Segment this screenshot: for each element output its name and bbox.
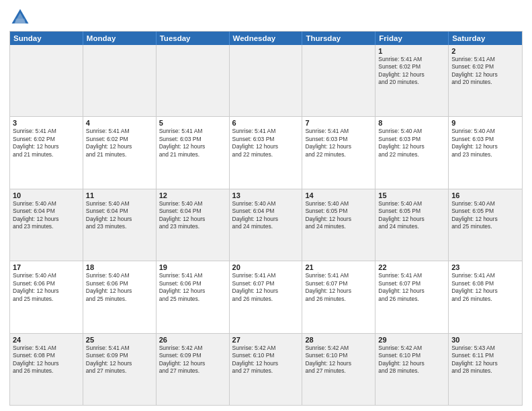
header-day-sunday: Sunday <box>10 32 83 45</box>
day-number: 26 <box>159 336 226 344</box>
calendar-week-4: 17Sunrise: 5:40 AM Sunset: 6:06 PM Dayli… <box>10 261 522 333</box>
calendar-cell: 14Sunrise: 5:40 AM Sunset: 6:05 PM Dayli… <box>302 189 375 261</box>
header-day-saturday: Saturday <box>449 32 522 45</box>
calendar-cell: 25Sunrise: 5:41 AM Sunset: 6:09 PM Dayli… <box>83 334 157 405</box>
calendar-cell: 4Sunrise: 5:41 AM Sunset: 6:02 PM Daylig… <box>83 117 157 188</box>
day-number: 30 <box>451 336 519 344</box>
day-number: 21 <box>305 263 372 271</box>
calendar-cell: 29Sunrise: 5:42 AM Sunset: 6:10 PM Dayli… <box>375 334 449 405</box>
calendar-cell: 23Sunrise: 5:41 AM Sunset: 6:08 PM Dayli… <box>449 261 522 332</box>
logo <box>9 7 32 28</box>
calendar-cell: 2Sunrise: 5:41 AM Sunset: 6:02 PM Daylig… <box>449 45 522 116</box>
day-info: Sunrise: 5:41 AM Sunset: 6:03 PM Dayligh… <box>159 128 226 158</box>
calendar-cell: 24Sunrise: 5:41 AM Sunset: 6:08 PM Dayli… <box>10 334 83 405</box>
day-number: 20 <box>232 263 300 271</box>
day-number: 12 <box>159 191 226 199</box>
day-number: 18 <box>86 263 153 271</box>
day-info: Sunrise: 5:41 AM Sunset: 6:03 PM Dayligh… <box>305 128 372 158</box>
day-info: Sunrise: 5:43 AM Sunset: 6:11 PM Dayligh… <box>451 345 519 375</box>
day-info: Sunrise: 5:42 AM Sunset: 6:09 PM Dayligh… <box>159 345 226 375</box>
day-info: Sunrise: 5:42 AM Sunset: 6:10 PM Dayligh… <box>378 345 445 375</box>
calendar-cell: 11Sunrise: 5:40 AM Sunset: 6:04 PM Dayli… <box>83 189 157 261</box>
calendar-cell: 20Sunrise: 5:41 AM Sunset: 6:07 PM Dayli… <box>230 261 303 332</box>
calendar-cell <box>83 45 157 116</box>
day-info: Sunrise: 5:40 AM Sunset: 6:04 PM Dayligh… <box>159 200 226 231</box>
day-info: Sunrise: 5:40 AM Sunset: 6:04 PM Dayligh… <box>13 200 80 231</box>
calendar-cell: 1Sunrise: 5:41 AM Sunset: 6:02 PM Daylig… <box>375 45 449 116</box>
day-number: 4 <box>86 119 153 127</box>
calendar-cell: 30Sunrise: 5:43 AM Sunset: 6:11 PM Dayli… <box>449 334 522 405</box>
day-info: Sunrise: 5:41 AM Sunset: 6:03 PM Dayligh… <box>232 128 300 158</box>
day-number: 1 <box>378 47 445 55</box>
day-info: Sunrise: 5:41 AM Sunset: 6:06 PM Dayligh… <box>159 272 226 303</box>
day-info: Sunrise: 5:41 AM Sunset: 6:02 PM Dayligh… <box>378 56 445 87</box>
day-info: Sunrise: 5:41 AM Sunset: 6:02 PM Dayligh… <box>451 56 519 87</box>
day-number: 14 <box>305 191 372 199</box>
day-number: 25 <box>86 336 153 344</box>
day-info: Sunrise: 5:40 AM Sunset: 6:04 PM Dayligh… <box>86 200 153 231</box>
calendar-week-5: 24Sunrise: 5:41 AM Sunset: 6:08 PM Dayli… <box>10 334 522 405</box>
day-number: 5 <box>159 119 226 127</box>
day-info: Sunrise: 5:41 AM Sunset: 6:07 PM Dayligh… <box>232 272 300 303</box>
day-info: Sunrise: 5:41 AM Sunset: 6:07 PM Dayligh… <box>378 272 445 303</box>
calendar-week-2: 3Sunrise: 5:41 AM Sunset: 6:02 PM Daylig… <box>10 117 522 189</box>
calendar-cell: 13Sunrise: 5:40 AM Sunset: 6:04 PM Dayli… <box>230 189 303 261</box>
day-info: Sunrise: 5:41 AM Sunset: 6:07 PM Dayligh… <box>305 272 372 303</box>
calendar-cell: 19Sunrise: 5:41 AM Sunset: 6:06 PM Dayli… <box>157 261 230 332</box>
calendar-cell <box>10 45 83 116</box>
day-number: 29 <box>378 336 445 344</box>
day-number: 8 <box>378 119 445 127</box>
calendar-cell: 27Sunrise: 5:42 AM Sunset: 6:10 PM Dayli… <box>230 334 303 405</box>
header-day-tuesday: Tuesday <box>157 32 230 45</box>
calendar-cell: 15Sunrise: 5:40 AM Sunset: 6:05 PM Dayli… <box>375 189 449 261</box>
calendar-cell: 12Sunrise: 5:40 AM Sunset: 6:04 PM Dayli… <box>157 189 230 261</box>
svg-rect-2 <box>15 19 25 24</box>
day-number: 7 <box>305 119 372 127</box>
calendar-cell: 26Sunrise: 5:42 AM Sunset: 6:09 PM Dayli… <box>157 334 230 405</box>
day-number: 6 <box>232 119 300 127</box>
calendar-cell: 8Sunrise: 5:40 AM Sunset: 6:03 PM Daylig… <box>375 117 449 188</box>
day-number: 11 <box>86 191 153 199</box>
day-info: Sunrise: 5:41 AM Sunset: 6:02 PM Dayligh… <box>13 128 80 158</box>
calendar-cell: 7Sunrise: 5:41 AM Sunset: 6:03 PM Daylig… <box>302 117 375 188</box>
day-number: 2 <box>451 47 519 55</box>
calendar-cell <box>230 45 303 116</box>
calendar-cell: 16Sunrise: 5:40 AM Sunset: 6:05 PM Dayli… <box>449 189 522 261</box>
calendar-body: 1Sunrise: 5:41 AM Sunset: 6:02 PM Daylig… <box>10 45 522 405</box>
calendar-cell: 9Sunrise: 5:40 AM Sunset: 6:03 PM Daylig… <box>449 117 522 188</box>
day-info: Sunrise: 5:41 AM Sunset: 6:08 PM Dayligh… <box>13 345 80 375</box>
day-info: Sunrise: 5:40 AM Sunset: 6:05 PM Dayligh… <box>305 200 372 231</box>
logo-icon <box>9 7 31 28</box>
day-number: 23 <box>451 263 519 271</box>
day-number: 10 <box>13 191 80 199</box>
day-number: 22 <box>378 263 445 271</box>
day-number: 28 <box>305 336 372 344</box>
calendar-cell: 10Sunrise: 5:40 AM Sunset: 6:04 PM Dayli… <box>10 189 83 261</box>
day-info: Sunrise: 5:40 AM Sunset: 6:03 PM Dayligh… <box>378 128 445 158</box>
calendar-cell: 21Sunrise: 5:41 AM Sunset: 6:07 PM Dayli… <box>302 261 375 332</box>
calendar-week-3: 10Sunrise: 5:40 AM Sunset: 6:04 PM Dayli… <box>10 189 522 261</box>
calendar-week-1: 1Sunrise: 5:41 AM Sunset: 6:02 PM Daylig… <box>10 45 522 117</box>
calendar-cell: 6Sunrise: 5:41 AM Sunset: 6:03 PM Daylig… <box>230 117 303 188</box>
day-info: Sunrise: 5:42 AM Sunset: 6:10 PM Dayligh… <box>232 345 300 375</box>
calendar-cell <box>302 45 375 116</box>
day-info: Sunrise: 5:40 AM Sunset: 6:05 PM Dayligh… <box>378 200 445 231</box>
day-info: Sunrise: 5:40 AM Sunset: 6:05 PM Dayligh… <box>451 200 519 231</box>
calendar-cell <box>157 45 230 116</box>
calendar-cell: 18Sunrise: 5:40 AM Sunset: 6:06 PM Dayli… <box>83 261 157 332</box>
calendar-cell: 17Sunrise: 5:40 AM Sunset: 6:06 PM Dayli… <box>10 261 83 332</box>
calendar-cell: 28Sunrise: 5:42 AM Sunset: 6:10 PM Dayli… <box>302 334 375 405</box>
day-info: Sunrise: 5:42 AM Sunset: 6:10 PM Dayligh… <box>305 345 372 375</box>
day-number: 27 <box>232 336 300 344</box>
header-day-thursday: Thursday <box>302 32 375 45</box>
day-number: 16 <box>451 191 519 199</box>
day-info: Sunrise: 5:40 AM Sunset: 6:06 PM Dayligh… <box>13 272 80 303</box>
day-info: Sunrise: 5:40 AM Sunset: 6:04 PM Dayligh… <box>232 200 300 231</box>
day-info: Sunrise: 5:40 AM Sunset: 6:03 PM Dayligh… <box>451 128 519 158</box>
calendar-cell: 22Sunrise: 5:41 AM Sunset: 6:07 PM Dayli… <box>375 261 449 332</box>
day-number: 24 <box>13 336 80 344</box>
calendar-header: SundayMondayTuesdayWednesdayThursdayFrid… <box>10 32 522 45</box>
day-number: 15 <box>378 191 445 199</box>
day-info: Sunrise: 5:40 AM Sunset: 6:06 PM Dayligh… <box>86 272 153 303</box>
day-number: 17 <box>13 263 80 271</box>
